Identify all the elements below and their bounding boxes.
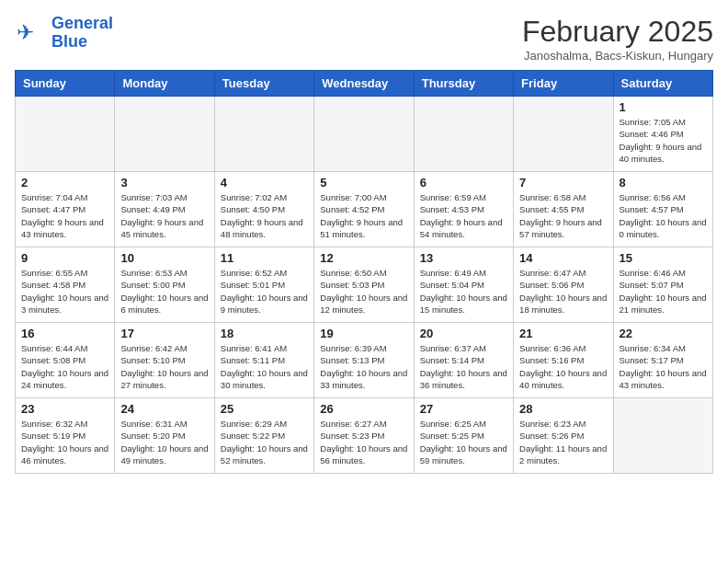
weekday-header-friday: Friday xyxy=(514,71,613,97)
weekday-header-thursday: Thursday xyxy=(414,71,513,97)
calendar-cell xyxy=(514,97,613,172)
calendar-cell: 12Sunrise: 6:50 AM Sunset: 5:03 PM Dayli… xyxy=(314,247,414,323)
day-number: 1 xyxy=(620,100,707,114)
calendar-cell: 11Sunrise: 6:52 AM Sunset: 5:01 PM Dayli… xyxy=(214,247,313,323)
calendar-cell xyxy=(613,398,712,474)
calendar-cell: 9Sunrise: 6:55 AM Sunset: 4:58 PM Daylig… xyxy=(16,247,115,323)
calendar-cell: 20Sunrise: 6:37 AM Sunset: 5:14 PM Dayli… xyxy=(414,323,513,398)
calendar-cell: 8Sunrise: 6:56 AM Sunset: 4:57 PM Daylig… xyxy=(613,172,712,247)
logo-text: General Blue xyxy=(51,15,113,52)
day-number: 12 xyxy=(320,251,407,265)
day-info: Sunrise: 7:05 AM Sunset: 4:46 PM Dayligh… xyxy=(620,116,707,165)
day-number: 13 xyxy=(420,251,507,265)
calendar-cell: 14Sunrise: 6:47 AM Sunset: 5:06 PM Dayli… xyxy=(514,247,613,323)
calendar-cell: 25Sunrise: 6:29 AM Sunset: 5:22 PM Dayli… xyxy=(214,398,313,474)
calendar-cell: 13Sunrise: 6:49 AM Sunset: 5:04 PM Dayli… xyxy=(414,247,513,323)
calendar-cell: 4Sunrise: 7:02 AM Sunset: 4:50 PM Daylig… xyxy=(214,172,313,247)
weekday-header-saturday: Saturday xyxy=(613,71,712,97)
calendar-cell: 6Sunrise: 6:59 AM Sunset: 4:53 PM Daylig… xyxy=(414,172,513,247)
day-number: 4 xyxy=(221,176,308,190)
calendar-cell: 3Sunrise: 7:03 AM Sunset: 4:49 PM Daylig… xyxy=(115,172,214,247)
calendar-cell xyxy=(314,97,414,172)
day-info: Sunrise: 6:27 AM Sunset: 5:23 PM Dayligh… xyxy=(320,418,407,466)
location-subtitle: Janoshalma, Bacs-Kiskun, Hungary xyxy=(522,49,713,63)
day-number: 17 xyxy=(120,327,208,340)
day-info: Sunrise: 6:36 AM Sunset: 5:16 PM Dayligh… xyxy=(519,342,607,391)
weekday-header-wednesday: Wednesday xyxy=(314,71,414,97)
week-row-1: 1Sunrise: 7:05 AM Sunset: 4:46 PM Daylig… xyxy=(16,97,713,172)
week-row-2: 2Sunrise: 7:04 AM Sunset: 4:47 PM Daylig… xyxy=(16,172,713,247)
day-info: Sunrise: 6:42 AM Sunset: 5:10 PM Dayligh… xyxy=(120,342,208,391)
day-number: 19 xyxy=(320,327,407,340)
week-row-3: 9Sunrise: 6:55 AM Sunset: 4:58 PM Daylig… xyxy=(16,247,713,323)
day-info: Sunrise: 6:49 AM Sunset: 5:04 PM Dayligh… xyxy=(420,267,507,316)
day-number: 8 xyxy=(620,176,707,190)
weekday-header-sunday: Sunday xyxy=(16,71,115,97)
day-info: Sunrise: 6:34 AM Sunset: 5:17 PM Dayligh… xyxy=(620,342,707,391)
day-number: 14 xyxy=(519,251,607,265)
day-number: 26 xyxy=(320,402,407,416)
day-info: Sunrise: 7:04 AM Sunset: 4:47 PM Dayligh… xyxy=(21,191,108,240)
day-number: 11 xyxy=(221,251,308,265)
day-info: Sunrise: 7:00 AM Sunset: 4:52 PM Dayligh… xyxy=(320,191,407,240)
day-number: 18 xyxy=(221,327,308,340)
calendar-cell: 10Sunrise: 6:53 AM Sunset: 5:00 PM Dayli… xyxy=(115,247,214,323)
logo-general: General xyxy=(51,14,113,32)
calendar-cell: 17Sunrise: 6:42 AM Sunset: 5:10 PM Dayli… xyxy=(115,323,214,398)
weekday-header-row: SundayMondayTuesdayWednesdayThursdayFrid… xyxy=(16,71,713,97)
calendar-cell: 2Sunrise: 7:04 AM Sunset: 4:47 PM Daylig… xyxy=(16,172,115,247)
page-header: ✈ General Blue February 2025 Janoshalma,… xyxy=(15,15,713,63)
day-number: 24 xyxy=(120,402,208,416)
day-info: Sunrise: 6:37 AM Sunset: 5:14 PM Dayligh… xyxy=(420,342,507,391)
calendar-cell: 18Sunrise: 6:41 AM Sunset: 5:11 PM Dayli… xyxy=(214,323,313,398)
month-title: February 2025 xyxy=(522,15,713,49)
weekday-header-tuesday: Tuesday xyxy=(214,71,313,97)
calendar-cell xyxy=(414,97,513,172)
weekday-header-monday: Monday xyxy=(115,71,214,97)
day-info: Sunrise: 6:47 AM Sunset: 5:06 PM Dayligh… xyxy=(519,267,607,316)
calendar-cell: 26Sunrise: 6:27 AM Sunset: 5:23 PM Dayli… xyxy=(314,398,414,474)
day-info: Sunrise: 6:50 AM Sunset: 5:03 PM Dayligh… xyxy=(320,267,407,316)
calendar-cell: 5Sunrise: 7:00 AM Sunset: 4:52 PM Daylig… xyxy=(314,172,414,247)
calendar-cell: 28Sunrise: 6:23 AM Sunset: 5:26 PM Dayli… xyxy=(514,398,613,474)
logo: ✈ General Blue xyxy=(15,15,113,52)
logo-blue: Blue xyxy=(51,33,113,52)
calendar-cell: 15Sunrise: 6:46 AM Sunset: 5:07 PM Dayli… xyxy=(613,247,712,323)
day-info: Sunrise: 6:41 AM Sunset: 5:11 PM Dayligh… xyxy=(221,342,308,391)
day-info: Sunrise: 6:29 AM Sunset: 5:22 PM Dayligh… xyxy=(221,418,308,466)
day-info: Sunrise: 6:53 AM Sunset: 5:00 PM Dayligh… xyxy=(120,267,208,316)
day-info: Sunrise: 6:32 AM Sunset: 5:19 PM Dayligh… xyxy=(21,418,108,466)
day-number: 20 xyxy=(420,327,507,340)
week-row-5: 23Sunrise: 6:32 AM Sunset: 5:19 PM Dayli… xyxy=(16,398,713,474)
day-info: Sunrise: 6:31 AM Sunset: 5:20 PM Dayligh… xyxy=(120,418,208,466)
day-info: Sunrise: 6:59 AM Sunset: 4:53 PM Dayligh… xyxy=(420,191,507,240)
day-number: 28 xyxy=(519,402,607,416)
day-number: 6 xyxy=(420,176,507,190)
day-info: Sunrise: 6:58 AM Sunset: 4:55 PM Dayligh… xyxy=(519,191,607,240)
day-info: Sunrise: 7:02 AM Sunset: 4:50 PM Dayligh… xyxy=(221,191,308,240)
day-info: Sunrise: 6:56 AM Sunset: 4:57 PM Dayligh… xyxy=(620,191,707,240)
calendar-cell: 21Sunrise: 6:36 AM Sunset: 5:16 PM Dayli… xyxy=(514,323,613,398)
day-info: Sunrise: 7:03 AM Sunset: 4:49 PM Dayligh… xyxy=(120,191,208,240)
calendar-cell: 24Sunrise: 6:31 AM Sunset: 5:20 PM Dayli… xyxy=(115,398,214,474)
day-number: 5 xyxy=(320,176,407,190)
day-number: 25 xyxy=(221,402,308,416)
day-info: Sunrise: 6:44 AM Sunset: 5:08 PM Dayligh… xyxy=(21,342,108,391)
title-block: February 2025 Janoshalma, Bacs-Kiskun, H… xyxy=(522,15,713,63)
day-info: Sunrise: 6:52 AM Sunset: 5:01 PM Dayligh… xyxy=(221,267,308,316)
day-info: Sunrise: 6:55 AM Sunset: 4:58 PM Dayligh… xyxy=(21,267,108,316)
svg-text:✈: ✈ xyxy=(17,20,34,44)
calendar-cell: 27Sunrise: 6:25 AM Sunset: 5:25 PM Dayli… xyxy=(414,398,513,474)
calendar-cell: 23Sunrise: 6:32 AM Sunset: 5:19 PM Dayli… xyxy=(16,398,115,474)
day-number: 9 xyxy=(21,251,108,265)
calendar-cell xyxy=(115,97,214,172)
day-info: Sunrise: 6:23 AM Sunset: 5:26 PM Dayligh… xyxy=(519,418,607,466)
day-number: 27 xyxy=(420,402,507,416)
day-number: 2 xyxy=(21,176,108,190)
calendar-cell: 19Sunrise: 6:39 AM Sunset: 5:13 PM Dayli… xyxy=(314,323,414,398)
calendar-cell: 7Sunrise: 6:58 AM Sunset: 4:55 PM Daylig… xyxy=(514,172,613,247)
day-info: Sunrise: 6:46 AM Sunset: 5:07 PM Dayligh… xyxy=(620,267,707,316)
logo-icon: ✈ xyxy=(15,17,48,50)
week-row-4: 16Sunrise: 6:44 AM Sunset: 5:08 PM Dayli… xyxy=(16,323,713,398)
day-number: 21 xyxy=(519,327,607,340)
